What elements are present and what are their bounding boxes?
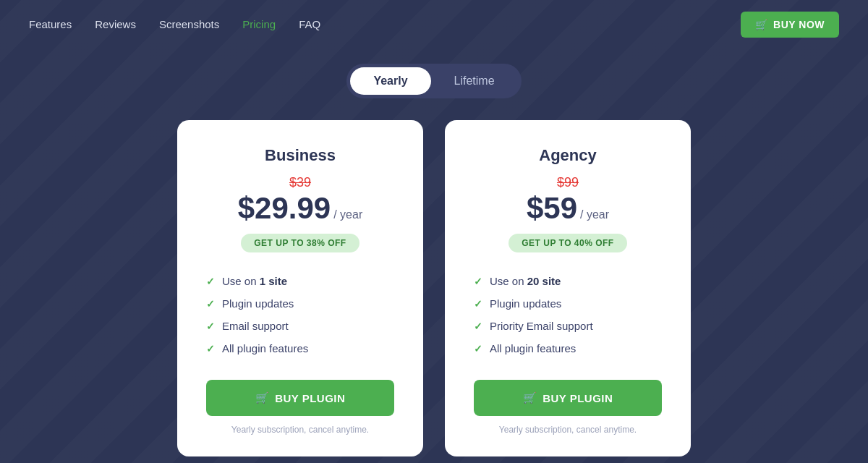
toggle-lifetime[interactable]: Lifetime (431, 67, 518, 95)
billing-toggle-wrapper: Yearly Lifetime (0, 64, 868, 98)
cart-icon: 🛒 (255, 391, 270, 404)
nav-reviews[interactable]: Reviews (95, 18, 136, 30)
business-buy-label: BUY PLUGIN (275, 392, 345, 404)
billing-toggle: Yearly Lifetime (346, 64, 521, 98)
pricing-cards: Business $39 $29.99 / year GET UP TO 38%… (0, 120, 868, 456)
check-icon: ✓ (474, 320, 482, 332)
check-icon: ✓ (474, 276, 482, 287)
agency-price: $59 (527, 193, 577, 224)
check-icon: ✓ (206, 320, 215, 332)
nav-pricing[interactable]: Pricing (242, 18, 276, 30)
check-icon: ✓ (474, 343, 482, 354)
list-item: ✓ All plugin features (206, 337, 394, 360)
business-buy-button[interactable]: 🛒 BUY PLUGIN (206, 380, 394, 416)
cart-icon: 🛒 (523, 391, 537, 404)
agency-buy-label: BUY PLUGIN (542, 392, 613, 404)
agency-old-price: $99 (557, 175, 579, 190)
list-item: ✓ Email support (206, 315, 394, 337)
buy-now-label: BUY NOW (773, 19, 825, 30)
business-period: / year (333, 208, 362, 221)
check-icon: ✓ (206, 276, 215, 287)
cart-icon: 🛒 (755, 19, 768, 30)
buy-now-button[interactable]: 🛒 BUY NOW (741, 12, 839, 38)
business-old-price: $39 (289, 175, 311, 190)
navbar: Features Reviews Screenshots Pricing FAQ… (0, 0, 868, 49)
list-item: ✓ Plugin updates (474, 292, 662, 315)
nav-faq[interactable]: FAQ (299, 18, 320, 30)
business-subscription-note: Yearly subscription, cancel anytime. (231, 425, 369, 435)
list-item: ✓ Priority Email support (474, 315, 662, 337)
agency-period: / year (580, 208, 609, 221)
agency-subscription-note: Yearly subscription, cancel anytime. (499, 425, 637, 435)
agency-features: ✓ Use on 20 site ✓ Plugin updates ✓ Prio… (474, 270, 662, 360)
business-plan-card: Business $39 $29.99 / year GET UP TO 38%… (177, 120, 423, 456)
agency-plan-title: Agency (539, 146, 596, 165)
list-item: ✓ Use on 1 site (206, 270, 394, 292)
agency-plan-card: Agency $99 $59 / year GET UP TO 40% OFF … (445, 120, 691, 456)
check-icon: ✓ (206, 343, 215, 354)
list-item: ✓ Plugin updates (206, 292, 394, 315)
check-icon: ✓ (474, 298, 482, 310)
toggle-yearly[interactable]: Yearly (350, 67, 430, 95)
business-features: ✓ Use on 1 site ✓ Plugin updates ✓ Email… (206, 270, 394, 360)
nav-screenshots[interactable]: Screenshots (159, 18, 219, 30)
list-item: ✓ Use on 20 site (474, 270, 662, 292)
agency-discount-badge: GET UP TO 40% OFF (509, 234, 626, 252)
business-price-row: $29.99 / year (238, 193, 362, 224)
business-price: $29.99 (238, 193, 331, 224)
agency-buy-button[interactable]: 🛒 BUY PLUGIN (474, 380, 662, 416)
list-item: ✓ All plugin features (474, 337, 662, 360)
business-plan-title: Business (265, 146, 336, 165)
nav-links: Features Reviews Screenshots Pricing FAQ (29, 18, 320, 31)
agency-price-row: $59 / year (527, 193, 609, 224)
business-discount-badge: GET UP TO 38% OFF (241, 234, 359, 252)
nav-features[interactable]: Features (29, 18, 72, 30)
check-icon: ✓ (206, 298, 215, 310)
